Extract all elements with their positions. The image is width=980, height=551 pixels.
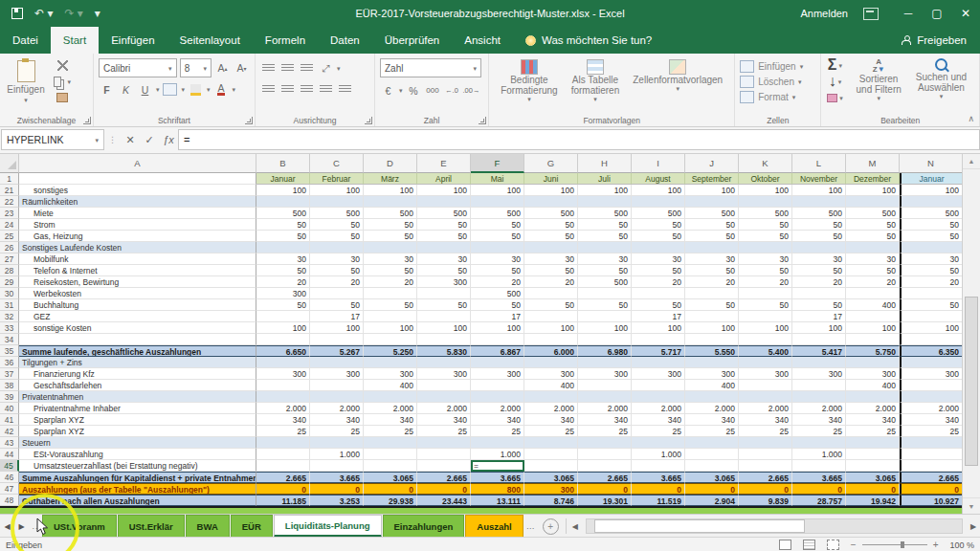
shrink-font-button[interactable]: A▾ xyxy=(234,60,250,77)
cell[interactable]: 50 xyxy=(578,219,632,231)
tab-scroll-left-arrow[interactable]: ◀ xyxy=(0,515,14,538)
cell[interactable]: 100 xyxy=(578,185,632,196)
formula-input[interactable]: = xyxy=(178,129,980,150)
sheet-tab-auszahl[interactable]: Auszahl xyxy=(465,515,523,538)
scroll-up-arrow[interactable]: ▲ xyxy=(963,153,980,169)
cell[interactable] xyxy=(739,357,792,368)
cell[interactable]: 100 xyxy=(792,322,846,334)
align-middle-button[interactable] xyxy=(279,60,296,77)
cell[interactable]: 3.253 xyxy=(310,495,364,506)
cell[interactable] xyxy=(792,357,846,368)
cell[interactable] xyxy=(685,334,739,345)
cell[interactable]: 500 xyxy=(364,208,417,219)
cell[interactable] xyxy=(364,460,417,472)
cell[interactable]: 2.000 xyxy=(632,403,685,414)
column-header-L[interactable]: L xyxy=(792,153,846,173)
cell[interactable]: = xyxy=(471,460,524,472)
cell[interactable]: 50 xyxy=(846,219,900,231)
column-header-J[interactable]: J xyxy=(685,153,739,173)
row-header-40[interactable]: 40 xyxy=(0,403,19,414)
cell[interactable] xyxy=(256,311,310,322)
cell[interactable] xyxy=(19,173,256,185)
cell[interactable] xyxy=(846,242,900,253)
cell[interactable]: 50 xyxy=(685,219,739,231)
fill-color-button[interactable] xyxy=(188,81,204,98)
row-header-43[interactable]: 43 xyxy=(0,437,19,449)
cell[interactable]: 30 xyxy=(792,253,846,265)
cell[interactable]: 50 xyxy=(792,219,846,231)
cell[interactable]: 50 xyxy=(632,219,685,231)
cell[interactable] xyxy=(256,437,310,449)
cell[interactable] xyxy=(632,380,685,391)
cell[interactable]: 30 xyxy=(417,253,471,265)
cell[interactable] xyxy=(632,460,685,472)
sheet-tab-einzahlungen[interactable]: Einzahlungen xyxy=(383,515,465,538)
cell[interactable] xyxy=(846,196,900,208)
column-header-N[interactable]: N xyxy=(900,153,963,173)
sheet-tab-ust-erkl-r[interactable]: USt.Erklär xyxy=(118,515,185,538)
cell[interactable] xyxy=(471,242,524,253)
cell[interactable] xyxy=(846,391,900,403)
cell[interactable] xyxy=(846,460,900,472)
cell[interactable]: 50 xyxy=(792,231,846,242)
italic-button[interactable]: K xyxy=(118,81,134,98)
horizontal-scrollbar[interactable] xyxy=(586,518,963,534)
cell[interactable]: 25 xyxy=(364,426,417,437)
cell[interactable]: 340 xyxy=(578,414,632,426)
insert-cells-button[interactable]: Einfügen▾ xyxy=(740,58,815,74)
cell[interactable]: 3.665 xyxy=(632,472,685,483)
cell[interactable] xyxy=(685,357,739,368)
cell[interactable]: 500 xyxy=(310,208,364,219)
cell[interactable]: 3.665 xyxy=(792,472,846,483)
cell[interactable]: 50 xyxy=(900,299,963,311)
cell[interactable]: 6.000 xyxy=(524,345,578,357)
ribbon-tab-datei[interactable]: Datei xyxy=(0,27,51,54)
column-header-A[interactable]: A xyxy=(19,153,256,173)
cell[interactable] xyxy=(739,391,792,403)
cell[interactable]: 50 xyxy=(471,299,524,311)
cell[interactable]: 6.650 xyxy=(256,345,310,357)
cell[interactable]: 50 xyxy=(792,299,846,311)
cell[interactable]: 50 xyxy=(739,265,792,276)
cell[interactable]: 19.301 xyxy=(578,495,632,506)
cell[interactable]: 28.757 xyxy=(792,495,846,506)
cell[interactable]: 25 xyxy=(846,426,900,437)
cell[interactable] xyxy=(310,288,364,299)
cell[interactable] xyxy=(578,311,632,322)
cell[interactable]: 500 xyxy=(471,208,524,219)
cell[interactable]: 0 xyxy=(578,483,632,495)
cell[interactable] xyxy=(632,391,685,403)
row-header-44[interactable]: 44 xyxy=(0,449,19,460)
row-label-cell[interactable]: Buchhaltung xyxy=(19,299,256,311)
align-center-button[interactable] xyxy=(279,81,296,98)
row-label-cell[interactable]: sonstige Kosten xyxy=(19,322,256,334)
cell[interactable] xyxy=(364,391,417,403)
cell[interactable]: 100 xyxy=(578,322,632,334)
cell[interactable]: 3.065 xyxy=(524,472,578,483)
cell[interactable]: 500 xyxy=(685,208,739,219)
align-right-button[interactable] xyxy=(299,81,315,98)
cell[interactable]: 300 xyxy=(417,276,471,288)
cell[interactable]: 50 xyxy=(524,265,578,276)
find-select-button[interactable]: Suchen und Auswählen▾ xyxy=(908,58,974,99)
decrease-indent-button[interactable] xyxy=(318,81,334,98)
cell[interactable]: 100 xyxy=(739,185,792,196)
cell[interactable]: 20 xyxy=(310,276,364,288)
cell[interactable]: 100 xyxy=(900,322,963,334)
row-header-46[interactable]: 46 xyxy=(0,472,19,483)
cell[interactable] xyxy=(900,449,963,460)
paste-button[interactable]: Einfügen ▾ xyxy=(5,60,47,103)
column-header-K[interactable]: K xyxy=(739,153,792,173)
cell[interactable] xyxy=(846,437,900,449)
ribbon-tab-seitenlayout[interactable]: Seitenlayout xyxy=(167,27,253,54)
cell[interactable]: 0 xyxy=(256,483,310,495)
cell[interactable] xyxy=(685,196,739,208)
cell[interactable]: 2.000 xyxy=(364,403,417,414)
cell[interactable] xyxy=(739,196,792,208)
cell[interactable] xyxy=(685,437,739,449)
cell[interactable] xyxy=(632,357,685,368)
cell[interactable] xyxy=(685,391,739,403)
cell[interactable]: 50 xyxy=(256,265,310,276)
row-header-1[interactable]: 1 xyxy=(0,173,19,185)
cell[interactable] xyxy=(417,288,471,299)
